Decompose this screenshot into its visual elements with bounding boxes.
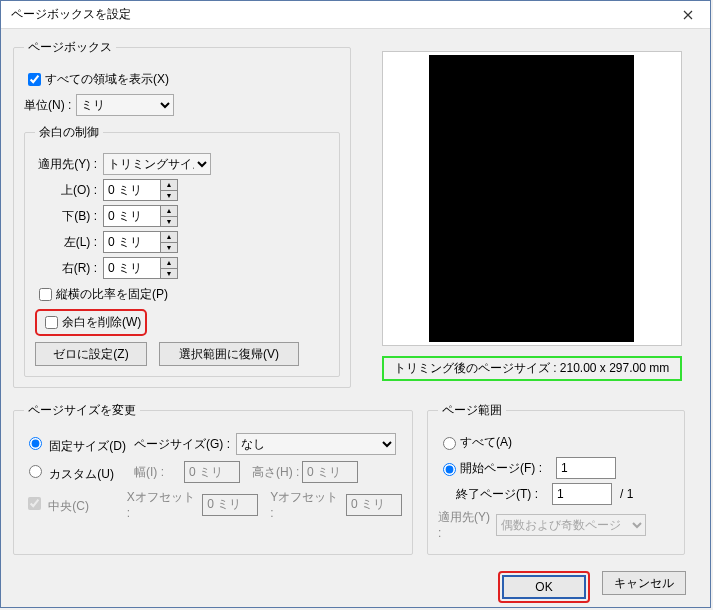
left-label: 左(L) : [35,234,103,251]
close-icon [683,10,693,20]
margin-legend: 余白の制御 [35,124,103,141]
top-spinner[interactable]: ▲▼ [103,179,178,201]
spin-up-icon[interactable]: ▲ [160,258,177,269]
spin-down-icon[interactable]: ▼ [160,191,177,201]
dialog-window: ページボックスを設定 ページボックス すべての領域を表示(X) 単位(N) : … [0,0,711,608]
remove-white-highlight: 余白を削除(W) [35,309,147,336]
spin-down-icon[interactable]: ▼ [160,217,177,227]
spin-down-icon[interactable]: ▼ [160,269,177,279]
revert-selection-button[interactable]: 選択範囲に復帰(V) [159,342,299,366]
xoffset-label: Xオフセット : [127,489,197,520]
end-page-label: 終了ページ(T) : [456,486,542,503]
all-pages-label: すべて(A) [460,434,512,451]
spin-down-icon[interactable]: ▼ [160,243,177,253]
start-page-radio[interactable] [443,463,456,476]
page-size-legend: ページサイズを変更 [24,402,140,419]
fixed-size-label: 固定サイズ(D) [49,439,126,453]
page-size-change-group: ページサイズを変更 固定サイズ(D) ページサイズ(G) : なし カスタム(U… [13,402,413,555]
start-page-input[interactable] [556,457,616,479]
page-size-select[interactable]: なし [236,433,396,455]
close-button[interactable] [665,1,710,29]
unit-select[interactable]: ミリ [76,94,174,116]
start-page-label: 開始ページ(F) : [460,460,546,477]
range-apply-select[interactable]: 偶数および奇数ページ [496,514,646,536]
center-checkbox[interactable] [28,497,41,510]
dialog-content: ページボックス すべての領域を表示(X) 単位(N) : ミリ 余白の制御 適用… [1,29,710,610]
spin-up-icon[interactable]: ▲ [160,180,177,191]
all-pages-radio[interactable] [443,437,456,450]
page-size-sel-label: ページサイズ(G) : [134,436,230,453]
constrain-checkbox[interactable] [39,288,52,301]
trim-size-info: トリミング後のページサイズ : 210.00 x 297.00 mm [382,356,682,381]
pagebox-legend: ページボックス [24,39,116,56]
show-all-areas-checkbox[interactable] [28,73,41,86]
dialog-actions: OK キャンセル [13,571,686,603]
height-input[interactable] [302,461,358,483]
page-range-group: ページ範囲 すべて(A) 開始ページ(F) : 終了ページ(T) : / 1 適… [427,402,685,555]
bottom-label: 下(B) : [35,208,103,225]
right-label: 右(R) : [35,260,103,277]
ok-highlight: OK [498,571,590,603]
apply-to-label: 適用先(Y) : [35,156,103,173]
page-range-legend: ページ範囲 [438,402,506,419]
remove-white-checkbox[interactable] [45,316,58,329]
width-label: 幅(I) : [134,464,184,481]
total-pages-suffix: / 1 [620,487,633,501]
set-zero-button[interactable]: ゼロに設定(Z) [35,342,147,366]
preview-frame [382,51,682,346]
right-spinner[interactable]: ▲▼ [103,257,178,279]
xoffset-input[interactable] [202,494,258,516]
bottom-spinner[interactable]: ▲▼ [103,205,178,227]
yoffset-label: Yオフセット : [270,489,340,520]
margin-control-group: 余白の制御 適用先(Y) : トリミングサイズ 上(O) : ▲▼ 下(B) :… [24,124,340,377]
show-all-areas-label: すべての領域を表示(X) [45,71,169,88]
fixed-size-radio[interactable] [29,437,42,450]
end-page-input[interactable] [552,483,612,505]
spin-up-icon[interactable]: ▲ [160,232,177,243]
width-input[interactable] [184,461,240,483]
preview-page [429,55,634,342]
range-apply-label: 適用先(Y) : [438,509,496,540]
ok-button[interactable]: OK [502,575,586,599]
cancel-button[interactable]: キャンセル [602,571,686,595]
preview-column: トリミング後のページサイズ : 210.00 x 297.00 mm [365,39,698,388]
constrain-label: 縦横の比率を固定(P) [56,286,168,303]
pagebox-group: ページボックス すべての領域を表示(X) 単位(N) : ミリ 余白の制御 適用… [13,39,351,388]
spin-up-icon[interactable]: ▲ [160,206,177,217]
yoffset-input[interactable] [346,494,402,516]
top-label: 上(O) : [35,182,103,199]
custom-label: カスタム(U) [49,467,114,481]
apply-to-select[interactable]: トリミングサイズ [103,153,211,175]
unit-label: 単位(N) : [24,97,76,114]
height-label: 高さ(H) : [252,464,302,481]
remove-white-label: 余白を削除(W) [62,314,141,331]
left-spinner[interactable]: ▲▼ [103,231,178,253]
center-label: 中央(C) [48,499,89,513]
window-title: ページボックスを設定 [11,6,131,23]
custom-radio[interactable] [29,465,42,478]
titlebar: ページボックスを設定 [1,1,710,29]
